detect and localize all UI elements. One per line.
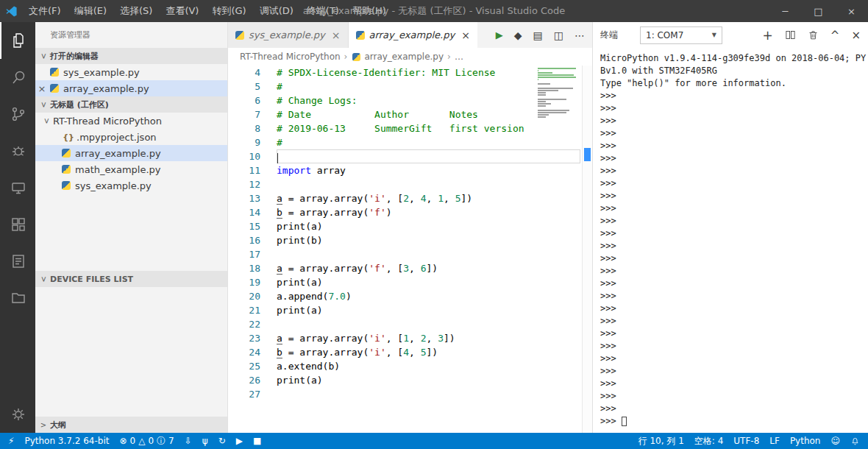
- settings-gear-icon[interactable]: [0, 396, 35, 433]
- maximize-button[interactable]: □: [802, 0, 835, 22]
- problems-indicator[interactable]: ⊗ 0 △ 0 ⓘ 7: [114, 433, 179, 449]
- board-download-button[interactable]: ⇩: [179, 433, 197, 449]
- explorer-icon[interactable]: [0, 22, 35, 59]
- line-number: 11: [228, 163, 260, 177]
- code-line: 11import array: [228, 163, 592, 177]
- file-tree-item[interactable]: {}.mpyproject.json: [35, 129, 227, 145]
- notifications-bell-icon[interactable]: [845, 433, 865, 449]
- editor-scrollbar[interactable]: [582, 66, 592, 433]
- close-window-button[interactable]: ×: [835, 0, 868, 22]
- more-actions-icon[interactable]: ⋯: [574, 29, 585, 41]
- file-tree-item[interactable]: sys_example.py: [35, 177, 227, 194]
- chevron-down-icon: >: [40, 99, 48, 110]
- close-panel-icon[interactable]: ×: [851, 29, 861, 42]
- code-line: 8# 2019-06-13 SummerGift first version: [228, 121, 592, 135]
- terminal-title[interactable]: 终端: [600, 29, 618, 41]
- tab-sys-example[interactable]: sys_example.py ×: [228, 22, 349, 48]
- terminal-selector-dropdown[interactable]: 1: COM7 ▼: [640, 26, 722, 44]
- python-icon: [356, 31, 365, 40]
- python-icon: [352, 53, 360, 61]
- breadcrumb-symbols[interactable]: …: [455, 52, 463, 62]
- workspace-header[interactable]: > 无标题 (工作区): [35, 96, 227, 113]
- tab-array-example[interactable]: array_example.py ×: [349, 22, 477, 48]
- new-terminal-icon[interactable]: +: [763, 28, 773, 43]
- terminal-output-line: MicroPython v1.9.4-114-g309fe39d on 2018…: [600, 52, 868, 65]
- open-editor-item[interactable]: sys_example.py: [35, 64, 227, 80]
- json-icon: {}: [62, 132, 75, 142]
- sync-button[interactable]: ↻: [213, 433, 231, 449]
- file-tree-item[interactable]: array_example.py: [35, 145, 227, 161]
- feedback-smiley-icon[interactable]: ☺: [825, 433, 845, 449]
- debug-icon[interactable]: [0, 132, 35, 169]
- code-editor[interactable]: 4# SPDX-License-Identifier: MIT License5…: [228, 66, 592, 433]
- terminal-prompt-line: >>>: [600, 90, 868, 102]
- close-editor-icon[interactable]: ×: [35, 83, 49, 94]
- extensions-icon[interactable]: [0, 206, 35, 243]
- line-number: 16: [228, 233, 260, 247]
- run-file-icon[interactable]: ▶: [496, 29, 503, 40]
- line-number: 21: [228, 303, 260, 317]
- file-label: array_example.py: [75, 148, 161, 159]
- terminal-prompt-line: >>>: [600, 378, 868, 390]
- board-connect-button[interactable]: ψ: [197, 433, 213, 449]
- menu-item[interactable]: 编辑(E): [68, 0, 113, 22]
- remote-indicator[interactable]: ⚡: [3, 433, 19, 449]
- split-terminal-icon[interactable]: [785, 29, 796, 40]
- menu-item[interactable]: 查看(V): [159, 0, 205, 22]
- menu-item[interactable]: 选择(S): [113, 0, 159, 22]
- terminal-prompt-line: >>>: [600, 415, 868, 428]
- folder-rt-thread-micropython[interactable]: > RT-Thread MicroPython: [35, 113, 227, 129]
- device-files-header[interactable]: > DEVICE FILES LIST: [35, 271, 227, 287]
- terminal-prompt-line: >>>: [600, 265, 868, 277]
- python-interpreter-indicator[interactable]: Python 3.7.2 64-bit: [19, 433, 114, 449]
- infos-icon: ⓘ: [157, 435, 166, 448]
- close-tab-icon[interactable]: ×: [332, 29, 341, 41]
- terminal-prompt-line: >>>: [600, 152, 868, 165]
- python-icon: [62, 149, 71, 158]
- cursor-position-indicator[interactable]: 行 10, 列 1: [633, 433, 689, 449]
- source-control-icon[interactable]: [0, 96, 35, 132]
- menu-item[interactable]: 文件(F): [22, 0, 68, 22]
- run-button[interactable]: ▶: [231, 433, 248, 449]
- terminal-output[interactable]: MicroPython v1.9.4-114-g309fe39d on 2018…: [593, 48, 868, 433]
- breadcrumb-folder[interactable]: RT-Thread MicroPython: [240, 52, 341, 62]
- code-line: 10: [228, 149, 592, 163]
- terminal-prompt-line: >>>: [600, 390, 868, 403]
- breadcrumb[interactable]: RT-Thread MicroPython › array_example.py…: [228, 48, 592, 66]
- overview-cursor-marker: [584, 148, 591, 161]
- kill-terminal-trash-icon[interactable]: [808, 29, 819, 40]
- encoding-indicator[interactable]: UTF-8: [728, 433, 764, 449]
- minimize-button[interactable]: ─: [769, 0, 802, 22]
- file-label: sys_example.py: [75, 180, 152, 191]
- open-file-icon[interactable]: ▤: [533, 29, 543, 41]
- python-icon: [50, 68, 59, 77]
- maximize-panel-icon[interactable]: ^: [830, 29, 840, 42]
- terminal-prompt-line: >>>: [600, 115, 868, 127]
- line-number: 14: [228, 205, 260, 219]
- split-editor-icon[interactable]: ◫: [554, 29, 563, 41]
- breadcrumb-file[interactable]: array_example.py: [364, 52, 444, 62]
- download-to-board-icon[interactable]: ◆: [514, 29, 522, 41]
- indentation-indicator[interactable]: 空格: 4: [689, 433, 729, 449]
- outline-header[interactable]: > 大纲: [35, 417, 227, 433]
- menu-item[interactable]: 转到(G): [205, 0, 252, 22]
- eol-indicator[interactable]: LF: [764, 433, 785, 449]
- terminal-prompt-line: >>>: [600, 303, 868, 315]
- search-icon[interactable]: [0, 59, 35, 96]
- remote-device-icon[interactable]: [0, 169, 35, 206]
- errors-count: 0: [130, 436, 136, 446]
- file-tree-item[interactable]: math_example.py: [35, 161, 227, 177]
- stop-button[interactable]: ■: [248, 433, 266, 449]
- python-icon: [50, 84, 59, 93]
- code-line: 15print(a): [228, 219, 592, 233]
- device-files-icon[interactable]: [0, 280, 35, 317]
- open-editors-header[interactable]: > 打开的编辑器: [35, 48, 227, 64]
- terminal-prompt-line: >>>: [600, 102, 868, 115]
- chevron-down-icon: >: [40, 51, 48, 61]
- notebook-list-icon[interactable]: [0, 243, 35, 280]
- open-editor-item[interactable]: ×array_example.py: [35, 80, 227, 96]
- close-tab-icon[interactable]: ×: [461, 29, 470, 41]
- language-mode-indicator[interactable]: Python: [785, 433, 826, 449]
- minimap[interactable]: [538, 68, 579, 121]
- menu-item[interactable]: 调试(D): [253, 0, 300, 22]
